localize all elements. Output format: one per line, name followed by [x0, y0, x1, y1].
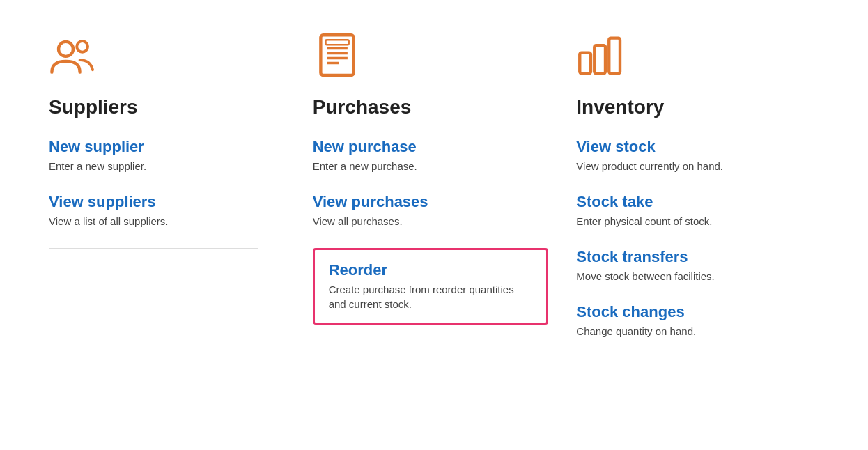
- column-purchases: PurchasesNew purchaseEnter a new purchas…: [299, 28, 563, 358]
- column-inventory: InventoryView stockView product currentl…: [562, 28, 826, 358]
- link-new-supplier[interactable]: New supplier: [49, 138, 285, 156]
- menu-item-new-supplier[interactable]: New supplierEnter a new supplier.: [49, 138, 285, 173]
- link-stock-changes[interactable]: Stock changes: [576, 303, 812, 321]
- svg-rect-8: [580, 53, 591, 74]
- menu-item-view-purchases[interactable]: View purchasesView all purchases.: [313, 193, 549, 228]
- inventory-icon: [576, 28, 812, 84]
- menu-item-new-purchase[interactable]: New purchaseEnter a new purchase.: [313, 138, 549, 173]
- desc-stock-changes: Change quantity on hand.: [576, 324, 812, 339]
- svg-point-0: [59, 42, 73, 56]
- menu-item-view-suppliers[interactable]: View suppliersView a list of all supplie…: [49, 193, 285, 228]
- menu-item-view-stock[interactable]: View stockView product currently on hand…: [576, 138, 812, 173]
- link-view-suppliers[interactable]: View suppliers: [49, 193, 285, 211]
- desc-reorder: Create purchase from reorder quantities …: [329, 282, 533, 311]
- menu-item-stock-changes[interactable]: Stock changesChange quantity on hand.: [576, 303, 812, 339]
- bottom-divider: [49, 248, 258, 249]
- link-reorder[interactable]: Reorder: [329, 261, 533, 279]
- desc-stock-transfers: Move stock between facilities.: [576, 269, 812, 284]
- purchases-icon: [313, 28, 549, 84]
- link-new-purchase[interactable]: New purchase: [313, 138, 549, 156]
- section-title-inventory: Inventory: [576, 96, 812, 118]
- link-view-purchases[interactable]: View purchases: [313, 193, 549, 211]
- link-stock-take[interactable]: Stock take: [576, 193, 812, 211]
- svg-rect-10: [610, 38, 621, 74]
- desc-view-suppliers: View a list of all suppliers.: [49, 214, 285, 228]
- desc-view-stock: View product currently on hand.: [576, 159, 812, 173]
- link-view-stock[interactable]: View stock: [576, 138, 812, 156]
- desc-view-purchases: View all purchases.: [313, 214, 549, 228]
- section-title-purchases: Purchases: [313, 96, 549, 118]
- svg-rect-9: [595, 45, 606, 73]
- desc-new-supplier: Enter a new supplier.: [49, 159, 285, 173]
- svg-rect-7: [325, 40, 348, 45]
- menu-item-stock-take[interactable]: Stock takeEnter physical count of stock.: [576, 193, 812, 228]
- suppliers-icon: [49, 28, 285, 84]
- main-columns: SuppliersNew supplierEnter a new supplie…: [42, 28, 826, 358]
- column-suppliers: SuppliersNew supplierEnter a new supplie…: [42, 28, 299, 358]
- menu-item-reorder[interactable]: ReorderCreate purchase from reorder quan…: [313, 248, 549, 325]
- desc-new-purchase: Enter a new purchase.: [313, 159, 549, 173]
- link-stock-transfers[interactable]: Stock transfers: [576, 248, 812, 266]
- menu-item-stock-transfers[interactable]: Stock transfersMove stock between facili…: [576, 248, 812, 284]
- desc-stock-take: Enter physical count of stock.: [576, 214, 812, 228]
- section-title-suppliers: Suppliers: [49, 96, 285, 118]
- svg-point-1: [77, 41, 88, 52]
